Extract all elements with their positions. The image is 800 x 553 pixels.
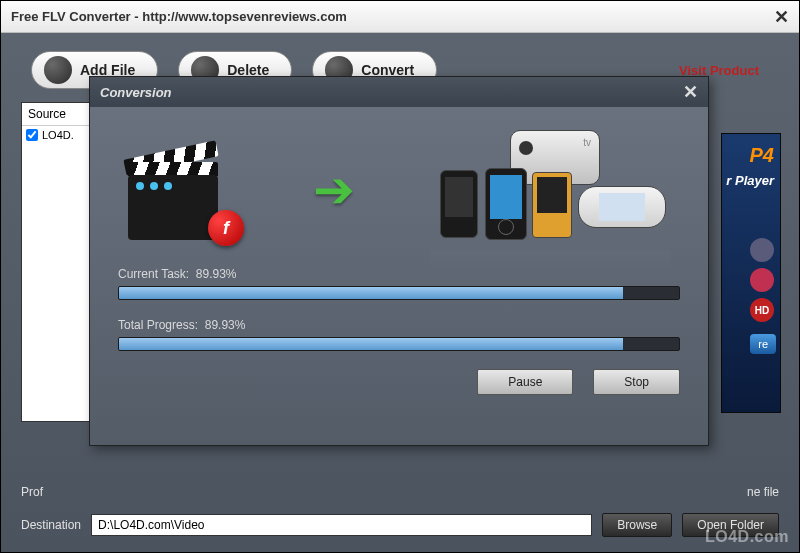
dialog-title: Conversion: [100, 85, 172, 100]
dialog-close-icon[interactable]: ✕: [683, 81, 698, 103]
pause-button[interactable]: Pause: [477, 369, 573, 395]
browse-button[interactable]: Browse: [602, 513, 672, 537]
title-bar: Free FLV Converter - http://www.topseven…: [1, 1, 799, 33]
ne-file-label: ne file: [747, 485, 779, 499]
banner-player: r Player: [722, 173, 780, 188]
stop-button[interactable]: Stop: [593, 369, 680, 395]
add-file-icon: [44, 56, 72, 84]
phone1-icon: [440, 170, 478, 238]
window-title: Free FLV Converter - http://www.topseven…: [11, 9, 347, 24]
destination-label: Destination: [21, 518, 81, 532]
profile-label: Prof: [21, 485, 43, 499]
source-checkbox[interactable]: [26, 129, 38, 141]
destination-input[interactable]: [91, 514, 592, 536]
more-button[interactable]: re: [750, 334, 776, 354]
phone2-icon: [485, 168, 527, 240]
total-progress-label: Total Progress: 89.93%: [118, 318, 680, 332]
devices-icon: [430, 130, 670, 250]
banner-icons: HD: [722, 238, 780, 322]
banner-p4: P4: [722, 144, 780, 167]
apple-icon: [750, 238, 774, 262]
arrow-icon: ➔: [313, 161, 355, 219]
source-item-label: LO4D.: [42, 129, 74, 141]
illustration-row: f ➔: [118, 125, 680, 255]
watermark: LO4D.com: [705, 528, 789, 546]
promo-banner[interactable]: P4 r Player HD re: [721, 133, 781, 413]
close-icon[interactable]: ✕: [774, 6, 789, 28]
hd-icon: HD: [750, 298, 774, 322]
dialog-title-bar[interactable]: Conversion ✕: [90, 77, 708, 107]
flash-icon: f: [208, 210, 244, 246]
clapperboard-icon: f: [128, 140, 238, 240]
total-progress-bar: [118, 337, 680, 351]
conversion-dialog: Conversion ✕ f ➔: [89, 76, 709, 446]
current-task-progress: [118, 286, 680, 300]
people-icon: [750, 268, 774, 292]
bottom-row: Prof ne file Destination Browse Open Fol…: [21, 485, 779, 537]
phone3-icon: [532, 172, 572, 238]
psp-icon: [578, 186, 666, 228]
